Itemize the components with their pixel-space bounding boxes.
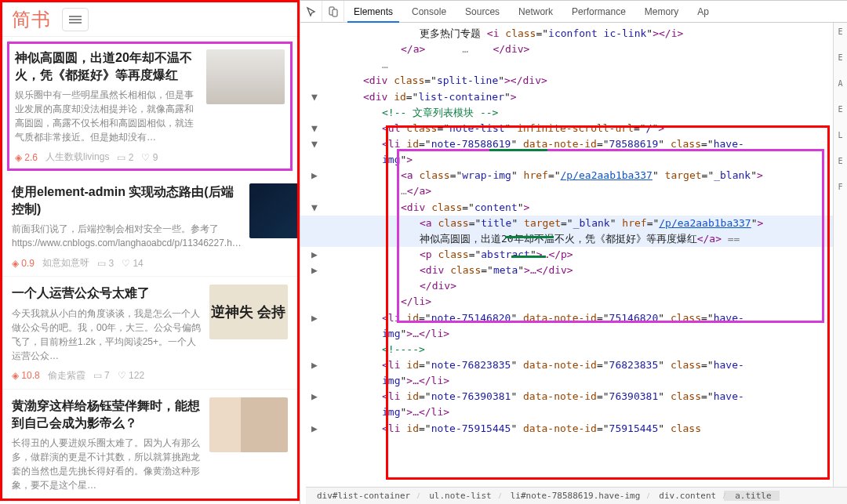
article-abstract: 长得丑的人要进娱乐圈太难了。因为人有那么多，做群演的更是不计其数，所以就算挑跑龙… bbox=[12, 436, 202, 492]
article-thumbnail[interactable]: 逆神失 会持 bbox=[209, 285, 288, 339]
crumb[interactable]: ul.note-list bbox=[418, 491, 499, 501]
article-meta: ◈ 0.9 如意如意呀 ▭ 3 ♡ 14 bbox=[12, 256, 288, 270]
dom-node[interactable]: 更多热门专题 <i class="iconfont ic-link"></i> bbox=[300, 26, 847, 42]
crumb[interactable]: div#list-container bbox=[306, 491, 418, 501]
article-meta: ◈ 10.8 偷走紫霞 ▭ 7 ♡ 122 bbox=[12, 369, 288, 383]
dom-node[interactable]: ▶<p class="abstract">…</p> bbox=[300, 247, 847, 263]
dom-node-cont[interactable]: img">…</li> bbox=[300, 373, 847, 389]
crumb[interactable]: a.title bbox=[724, 491, 779, 501]
jianshu-logo: 简书 bbox=[12, 7, 51, 32]
dom-comment[interactable]: <!----> bbox=[300, 342, 847, 357]
author-name[interactable]: 人生数载livings bbox=[45, 150, 109, 164]
article-abstract: 今天我就从小白的角度谈谈，我是怎么一个人做公众号的吧。我，00年，大三。公众号偏… bbox=[12, 306, 202, 363]
comment-icon: ▭ 2 bbox=[117, 152, 133, 163]
dom-node[interactable]: ▶<li id="note-75915445" data-note-id="75… bbox=[300, 421, 847, 437]
dom-comment[interactable]: <!-- 文章列表模块 --> bbox=[300, 105, 847, 121]
dom-node-cont[interactable]: …</a> bbox=[300, 183, 847, 199]
diamond-icon: ◈ 2.6 bbox=[15, 152, 38, 163]
dom-node-cont[interactable]: img"> bbox=[300, 152, 847, 168]
article-title[interactable]: 神似高圆圆，出道20年却不温不火，凭《都挺好》等再度爆红 bbox=[15, 49, 198, 83]
dom-node[interactable]: ▶<li id="note-76823835" data-note-id="76… bbox=[300, 357, 847, 373]
tab-elements[interactable]: Elements bbox=[344, 1, 402, 23]
diamond-icon: ◈ 10.8 bbox=[12, 370, 40, 381]
dom-text[interactable]: 神似高圆圆，出道20年却不温不火，凭《都挺好》等再度爆红</a> == bbox=[300, 231, 847, 247]
like-icon: ♡ 9 bbox=[141, 152, 158, 163]
crumb[interactable]: div.content bbox=[648, 491, 724, 501]
tab-application[interactable]: Ap bbox=[688, 1, 718, 23]
dom-node[interactable]: ▼<li id="note-78588619" data-note-id="78… bbox=[300, 136, 847, 152]
article-feed[interactable]: 神似高圆圆，出道20年却不温不火，凭《都挺好》等再度爆红 娱乐圈中有一些明星虽然… bbox=[2, 37, 297, 499]
dom-node-cont[interactable]: img">…</li> bbox=[300, 326, 847, 342]
article-meta: ◈ 2.6 人生数载livings ▭ 2 ♡ 9 bbox=[15, 150, 285, 164]
like-icon: ♡ 122 bbox=[118, 370, 144, 381]
devtools-tabs: Elements Console Sources Network Perform… bbox=[344, 1, 718, 23]
tab-performance[interactable]: Performance bbox=[562, 1, 635, 23]
preview-header: 简书 bbox=[2, 2, 297, 37]
dom-node[interactable]: ▼<div id="list-container"> bbox=[300, 89, 847, 105]
annotation-underline bbox=[505, 236, 554, 238]
article-title[interactable]: 使用element-admin 实现动态路由(后端控制) bbox=[12, 183, 242, 217]
tab-memory[interactable]: Memory bbox=[635, 1, 688, 23]
author-name[interactable]: 如意如意呀 bbox=[42, 256, 89, 270]
inspect-icon[interactable] bbox=[300, 1, 322, 23]
elements-tree[interactable]: 更多热门专题 <i class="iconfont ic-link"></i> … bbox=[300, 23, 847, 504]
diamond-icon: ◈ 0.9 bbox=[12, 258, 35, 269]
article-thumbnail[interactable] bbox=[206, 49, 285, 104]
dom-node[interactable]: ▼<ul class="note-list" infinite-scroll-u… bbox=[300, 121, 847, 136]
svg-rect-1 bbox=[333, 9, 337, 16]
list-item[interactable]: 神似高圆圆，出道20年却不温不火，凭《都挺好》等再度爆红 娱乐圈中有一些明星虽然… bbox=[7, 42, 293, 171]
jianshu-preview-panel: 简书 神似高圆圆，出道20年却不温不火，凭《都挺好》等再度爆红 娱乐圈中有一些明… bbox=[0, 0, 300, 501]
devtools-toolbar: Elements Console Sources Network Perform… bbox=[300, 1, 847, 23]
comment-icon: ▭ 7 bbox=[93, 370, 110, 381]
comment-icon: ▭ 3 bbox=[97, 258, 114, 269]
dom-node[interactable]: <div class="split-line"></div> bbox=[300, 73, 847, 89]
annotation-underline bbox=[511, 256, 546, 258]
article-title[interactable]: 黄渤穿这样给杨钰莹伴舞时，能想到自己会成为影帝么？ bbox=[12, 397, 202, 431]
dom-node[interactable]: ▼<div class="content"> bbox=[300, 200, 847, 216]
annotation-underline bbox=[489, 149, 547, 151]
hamburger-icon bbox=[69, 14, 82, 25]
dom-node[interactable]: </div> bbox=[300, 278, 847, 294]
like-icon: ♡ 14 bbox=[122, 258, 144, 269]
article-abstract: 前面我们说了，后端控制会相对安全一些。参考了 https://www.cnblo… bbox=[12, 222, 242, 250]
dom-node[interactable]: … bbox=[300, 57, 847, 73]
dom-node[interactable]: ▶<li id="note-76390381" data-note-id="76… bbox=[300, 389, 847, 404]
dom-node[interactable]: ▶<a class="wrap-img" href="/p/ea2aab1ba3… bbox=[300, 168, 847, 183]
menu-button[interactable] bbox=[62, 8, 89, 31]
article-title[interactable]: 一个人运营公众号太难了 bbox=[12, 285, 202, 302]
dom-node[interactable]: </li> bbox=[300, 294, 847, 310]
list-item[interactable]: 黄渤穿这样给杨钰莹伴舞时，能想到自己会成为影帝么？ 长得丑的人要进娱乐圈太难了。… bbox=[2, 390, 297, 499]
dom-node[interactable]: ▶<div class="meta">…</div> bbox=[300, 263, 847, 278]
list-item[interactable]: 一个人运营公众号太难了 今天我就从小白的角度谈谈，我是怎么一个人做公众号的吧。我… bbox=[2, 277, 297, 390]
dom-node-selected[interactable]: <a class="title" target="_blank" href="/… bbox=[300, 216, 847, 231]
article-thumbnail[interactable] bbox=[209, 397, 288, 452]
device-toggle-icon[interactable] bbox=[322, 1, 344, 23]
breadcrumb[interactable]: div#list-container ul.note-list li#note-… bbox=[306, 487, 847, 504]
tab-network[interactable]: Network bbox=[509, 1, 562, 23]
article-abstract: 娱乐圈中有一些明星虽然长相相似，但是事业发展的高度却没法相提并论，就像高露和高圆… bbox=[15, 88, 198, 144]
dom-node[interactable]: ▶<li id="note-75146820" data-note-id="75… bbox=[300, 310, 847, 326]
article-thumbnail[interactable] bbox=[249, 183, 297, 238]
crumb[interactable]: li#note-78588619.have-img bbox=[500, 491, 649, 501]
dom-node[interactable]: </a> … </div> bbox=[300, 42, 847, 57]
devtools-panel: Elements Console Sources Network Perform… bbox=[300, 0, 847, 504]
author-name[interactable]: 偷走紫霞 bbox=[48, 369, 85, 383]
list-item[interactable]: 使用element-admin 实现动态路由(后端控制) 前面我们说了，后端控制… bbox=[2, 176, 297, 277]
devtools-side-tabs[interactable]: E E A E L E F bbox=[833, 23, 847, 487]
tab-console[interactable]: Console bbox=[402, 1, 456, 23]
tab-sources[interactable]: Sources bbox=[456, 1, 509, 23]
dom-node-cont[interactable]: img">…</li> bbox=[300, 404, 847, 420]
